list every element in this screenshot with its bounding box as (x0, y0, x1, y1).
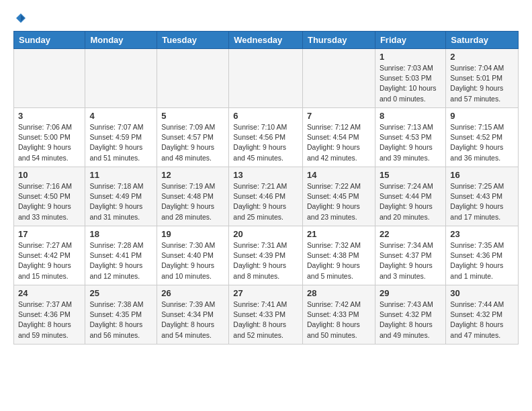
calendar-cell: 29Sunrise: 7:43 AM Sunset: 4:32 PM Dayli… (375, 285, 445, 345)
calendar-cell: 30Sunrise: 7:44 AM Sunset: 4:32 PM Dayli… (446, 285, 519, 345)
day-info: Sunrise: 7:39 AM Sunset: 4:34 PM Dayligh… (161, 300, 224, 340)
day-number: 2 (450, 52, 514, 62)
weekday-header-tuesday: Tuesday (157, 32, 229, 49)
calendar-cell (302, 49, 375, 108)
weekday-header-wednesday: Wednesday (229, 32, 303, 49)
day-info: Sunrise: 7:03 AM Sunset: 5:03 PM Dayligh… (380, 63, 441, 104)
calendar-cell: 5Sunrise: 7:09 AM Sunset: 4:57 PM Daylig… (157, 108, 229, 167)
calendar-cell: 28Sunrise: 7:42 AM Sunset: 4:33 PM Dayli… (302, 285, 375, 345)
calendar-cell: 20Sunrise: 7:31 AM Sunset: 4:39 PM Dayli… (229, 226, 303, 285)
weekday-header-friday: Friday (375, 32, 445, 49)
calendar-cell: 22Sunrise: 7:34 AM Sunset: 4:37 PM Dayli… (375, 226, 445, 285)
calendar-cell: 18Sunrise: 7:28 AM Sunset: 4:41 PM Dayli… (85, 226, 157, 285)
day-number: 8 (380, 111, 441, 121)
calendar-cell: 11Sunrise: 7:18 AM Sunset: 4:49 PM Dayli… (85, 167, 157, 226)
calendar-cell: 7Sunrise: 7:12 AM Sunset: 4:54 PM Daylig… (302, 108, 375, 167)
day-number: 3 (18, 111, 81, 121)
day-info: Sunrise: 7:22 AM Sunset: 4:45 PM Dayligh… (307, 181, 371, 222)
day-info: Sunrise: 7:24 AM Sunset: 4:44 PM Dayligh… (380, 181, 441, 222)
calendar-week-1: 1Sunrise: 7:03 AM Sunset: 5:03 PM Daylig… (14, 49, 519, 108)
day-number: 13 (233, 170, 298, 180)
day-info: Sunrise: 7:38 AM Sunset: 4:35 PM Dayligh… (89, 300, 152, 340)
day-number: 20 (233, 229, 298, 239)
calendar-week-5: 24Sunrise: 7:37 AM Sunset: 4:36 PM Dayli… (14, 285, 519, 345)
calendar-cell: 23Sunrise: 7:35 AM Sunset: 4:36 PM Dayli… (446, 226, 519, 285)
day-number: 25 (89, 288, 152, 298)
calendar-cell (229, 49, 303, 108)
calendar-cell: 4Sunrise: 7:07 AM Sunset: 4:59 PM Daylig… (85, 108, 157, 167)
calendar-cell (157, 49, 229, 108)
calendar-cell: 16Sunrise: 7:25 AM Sunset: 4:43 PM Dayli… (446, 167, 519, 226)
calendar-cell: 14Sunrise: 7:22 AM Sunset: 4:45 PM Dayli… (302, 167, 375, 226)
day-number: 21 (307, 229, 371, 239)
calendar-cell: 25Sunrise: 7:38 AM Sunset: 4:35 PM Dayli… (85, 285, 157, 345)
day-info: Sunrise: 7:44 AM Sunset: 4:32 PM Dayligh… (450, 300, 514, 340)
calendar-cell (14, 49, 85, 108)
day-number: 12 (161, 170, 224, 180)
day-info: Sunrise: 7:04 AM Sunset: 5:01 PM Dayligh… (450, 63, 514, 104)
calendar-week-3: 10Sunrise: 7:16 AM Sunset: 4:50 PM Dayli… (14, 167, 519, 226)
day-number: 19 (161, 229, 224, 239)
day-number: 1 (380, 52, 441, 62)
calendar-cell: 19Sunrise: 7:30 AM Sunset: 4:40 PM Dayli… (157, 226, 229, 285)
day-number: 17 (18, 229, 81, 239)
day-number: 23 (450, 229, 514, 239)
day-number: 22 (380, 229, 441, 239)
day-number: 26 (161, 288, 224, 298)
day-number: 11 (89, 170, 152, 180)
header (13, 12, 519, 24)
calendar-cell: 12Sunrise: 7:19 AM Sunset: 4:48 PM Dayli… (157, 167, 229, 226)
day-info: Sunrise: 7:35 AM Sunset: 4:36 PM Dayligh… (450, 240, 514, 281)
day-number: 24 (18, 288, 81, 298)
day-info: Sunrise: 7:16 AM Sunset: 4:50 PM Dayligh… (18, 181, 81, 222)
calendar-cell: 27Sunrise: 7:41 AM Sunset: 4:33 PM Dayli… (229, 285, 303, 345)
day-info: Sunrise: 7:43 AM Sunset: 4:32 PM Dayligh… (380, 300, 441, 340)
day-info: Sunrise: 7:10 AM Sunset: 4:56 PM Dayligh… (233, 122, 298, 163)
day-info: Sunrise: 7:06 AM Sunset: 5:00 PM Dayligh… (18, 122, 81, 163)
weekday-header-sunday: Sunday (14, 32, 85, 49)
calendar-cell: 15Sunrise: 7:24 AM Sunset: 4:44 PM Dayli… (375, 167, 445, 226)
day-number: 15 (380, 170, 441, 180)
day-number: 16 (450, 170, 514, 180)
day-info: Sunrise: 7:21 AM Sunset: 4:46 PM Dayligh… (233, 181, 298, 222)
weekday-header-thursday: Thursday (302, 32, 375, 49)
day-info: Sunrise: 7:31 AM Sunset: 4:39 PM Dayligh… (233, 240, 298, 281)
day-info: Sunrise: 7:41 AM Sunset: 4:33 PM Dayligh… (233, 300, 298, 340)
weekday-header-monday: Monday (85, 32, 157, 49)
day-number: 9 (450, 111, 514, 121)
calendar-cell: 9Sunrise: 7:15 AM Sunset: 4:52 PM Daylig… (446, 108, 519, 167)
day-number: 4 (89, 111, 152, 121)
day-number: 10 (18, 170, 81, 180)
day-info: Sunrise: 7:30 AM Sunset: 4:40 PM Dayligh… (161, 240, 224, 281)
calendar-cell: 24Sunrise: 7:37 AM Sunset: 4:36 PM Dayli… (14, 285, 85, 345)
calendar-cell: 26Sunrise: 7:39 AM Sunset: 4:34 PM Dayli… (157, 285, 229, 345)
day-number: 6 (233, 111, 298, 121)
day-info: Sunrise: 7:27 AM Sunset: 4:42 PM Dayligh… (18, 240, 81, 281)
calendar-cell: 13Sunrise: 7:21 AM Sunset: 4:46 PM Dayli… (229, 167, 303, 226)
day-number: 14 (307, 170, 371, 180)
day-info: Sunrise: 7:32 AM Sunset: 4:38 PM Dayligh… (307, 240, 371, 281)
calendar-cell: 1Sunrise: 7:03 AM Sunset: 5:03 PM Daylig… (375, 49, 445, 108)
day-info: Sunrise: 7:28 AM Sunset: 4:41 PM Dayligh… (89, 240, 152, 281)
day-info: Sunrise: 7:37 AM Sunset: 4:36 PM Dayligh… (18, 300, 81, 340)
logo (13, 12, 27, 24)
day-number: 27 (233, 288, 298, 298)
calendar-cell: 8Sunrise: 7:13 AM Sunset: 4:53 PM Daylig… (375, 108, 445, 167)
day-number: 29 (380, 288, 441, 298)
day-number: 7 (307, 111, 371, 121)
day-number: 5 (161, 111, 224, 121)
calendar-cell: 17Sunrise: 7:27 AM Sunset: 4:42 PM Dayli… (14, 226, 85, 285)
day-info: Sunrise: 7:15 AM Sunset: 4:52 PM Dayligh… (450, 122, 514, 163)
day-info: Sunrise: 7:42 AM Sunset: 4:33 PM Dayligh… (307, 300, 371, 340)
calendar-week-2: 3Sunrise: 7:06 AM Sunset: 5:00 PM Daylig… (14, 108, 519, 167)
page: SundayMondayTuesdayWednesdayThursdayFrid… (0, 0, 532, 357)
calendar-header-row: SundayMondayTuesdayWednesdayThursdayFrid… (14, 32, 519, 49)
calendar-table: SundayMondayTuesdayWednesdayThursdayFrid… (13, 31, 519, 345)
day-info: Sunrise: 7:09 AM Sunset: 4:57 PM Dayligh… (161, 122, 224, 163)
day-info: Sunrise: 7:12 AM Sunset: 4:54 PM Dayligh… (307, 122, 371, 163)
calendar-cell: 6Sunrise: 7:10 AM Sunset: 4:56 PM Daylig… (229, 108, 303, 167)
weekday-header-saturday: Saturday (446, 32, 519, 49)
day-info: Sunrise: 7:25 AM Sunset: 4:43 PM Dayligh… (450, 181, 514, 222)
day-info: Sunrise: 7:19 AM Sunset: 4:48 PM Dayligh… (161, 181, 224, 222)
calendar-cell: 10Sunrise: 7:16 AM Sunset: 4:50 PM Dayli… (14, 167, 85, 226)
